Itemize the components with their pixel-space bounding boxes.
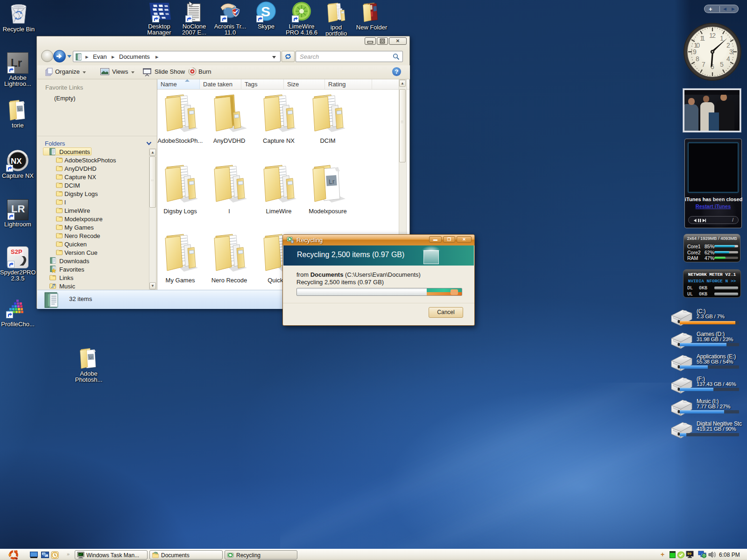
svg-text:3: 3: [729, 48, 733, 56]
svg-text:12: 12: [709, 32, 716, 39]
svg-text:10: 10: [694, 42, 700, 49]
svg-text:11: 11: [700, 35, 705, 42]
svg-text:99: 99: [687, 552, 691, 556]
svg-text:8: 8: [696, 55, 699, 63]
svg-text:4: 4: [726, 55, 730, 63]
svg-text:7: 7: [702, 61, 705, 68]
svg-text:5: 5: [720, 61, 724, 68]
svg-text:1: 1: [720, 35, 724, 42]
svg-text:9: 9: [693, 48, 697, 56]
